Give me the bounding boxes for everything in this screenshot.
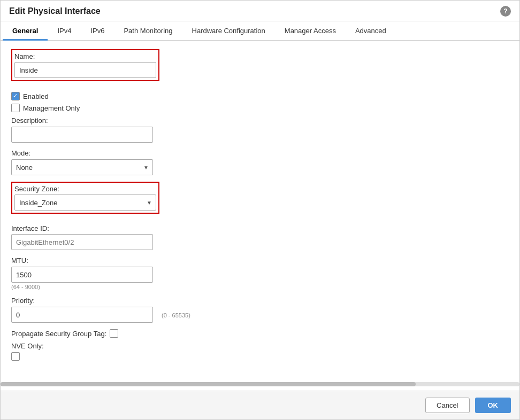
- priority-group: Priority: (0 - 65535): [11, 297, 509, 323]
- edit-physical-interface-dialog: Edit Physical Interface ? General IPv4 I…: [0, 0, 520, 420]
- mtu-label: MTU:: [11, 256, 509, 265]
- description-label: Description:: [11, 116, 509, 125]
- ok-button[interactable]: OK: [475, 398, 511, 413]
- mtu-hint: (64 - 9000): [11, 284, 509, 290]
- priority-input[interactable]: [11, 307, 153, 323]
- tab-hardware-configuration[interactable]: Hardware Configuration: [182, 21, 275, 40]
- description-input[interactable]: [11, 127, 153, 143]
- propagate-checkbox[interactable]: [110, 329, 118, 338]
- management-only-checkbox[interactable]: [11, 104, 20, 112]
- interface-id-label: Interface ID:: [11, 224, 509, 232]
- interface-id-group: Interface ID:: [11, 224, 509, 250]
- enabled-checkbox[interactable]: [11, 92, 20, 100]
- tab-manager-access[interactable]: Manager Access: [275, 21, 346, 40]
- tab-advanced[interactable]: Advanced: [346, 21, 396, 40]
- mtu-group: MTU: (64 - 9000): [11, 256, 509, 290]
- management-only-label: Management Only: [23, 104, 80, 112]
- name-label: Name:: [14, 52, 156, 60]
- scrollbar-thumb: [1, 382, 416, 386]
- mtu-input[interactable]: [11, 267, 153, 283]
- priority-row: (0 - 65535): [11, 307, 509, 323]
- tabs-bar: General IPv4 IPv6 Path Monitoring Hardwa…: [1, 21, 519, 41]
- enabled-label: Enabled: [23, 92, 49, 100]
- tab-path-monitoring[interactable]: Path Monitoring: [114, 21, 182, 40]
- security-zone-label: Security Zone:: [14, 185, 156, 193]
- name-group: Name:: [11, 49, 159, 81]
- priority-label: Priority:: [11, 297, 509, 305]
- dialog-footer: Cancel OK: [1, 391, 519, 419]
- propagate-row: Propagate Security Group Tag:: [11, 329, 509, 338]
- tab-ipv6[interactable]: IPv6: [81, 21, 114, 40]
- security-zone-group: Security Zone: Inside_Zone Outside_Zone …: [11, 182, 159, 214]
- propagate-label: Propagate Security Group Tag:: [11, 330, 106, 338]
- security-zone-select-wrapper: Inside_Zone Outside_Zone DMZ ▼: [14, 195, 156, 211]
- enabled-group: Enabled: [11, 92, 509, 100]
- dialog-header: Edit Physical Interface ?: [1, 1, 519, 21]
- mode-group: Mode: None Passive Inline Inline Tap ▼: [11, 149, 509, 175]
- security-zone-select[interactable]: Inside_Zone Outside_Zone DMZ: [14, 195, 156, 211]
- nve-group: NVE Only:: [11, 342, 509, 361]
- horizontal-scrollbar[interactable]: [1, 382, 519, 386]
- nve-label: NVE Only:: [11, 342, 509, 350]
- mode-select-wrapper: None Passive Inline Inline Tap ▼: [11, 159, 153, 175]
- tab-content-general: Name: Enabled Management Only Descriptio…: [1, 41, 519, 382]
- priority-hint: (0 - 65535): [162, 312, 190, 318]
- management-only-row: Management Only: [11, 104, 509, 112]
- dialog-title: Edit Physical Interface: [9, 6, 101, 16]
- tab-general[interactable]: General: [3, 21, 48, 40]
- name-input[interactable]: [14, 62, 156, 78]
- mode-label: Mode:: [11, 149, 509, 157]
- interface-id-input[interactable]: [11, 234, 153, 250]
- cancel-button[interactable]: Cancel: [425, 398, 469, 413]
- description-group: Description:: [11, 116, 509, 143]
- mode-select[interactable]: None Passive Inline Inline Tap: [11, 159, 153, 175]
- help-icon[interactable]: ?: [500, 6, 511, 17]
- tab-ipv4[interactable]: IPv4: [48, 21, 81, 40]
- nve-checkbox[interactable]: [11, 352, 20, 361]
